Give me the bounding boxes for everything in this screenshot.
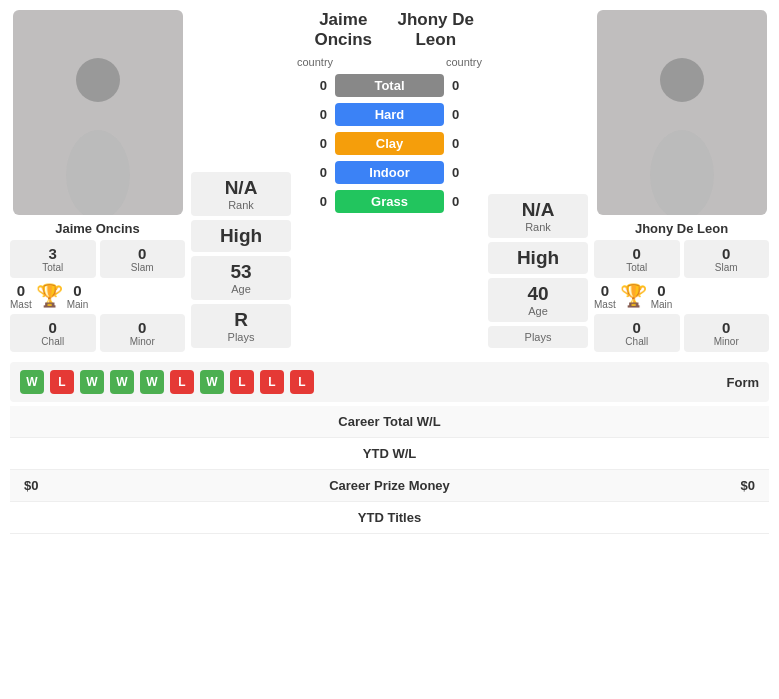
left-country: country xyxy=(297,56,333,68)
clay-row: 0 Clay 0 xyxy=(297,132,482,155)
left-detail-col: N/A Rank High 53 Age R Plays xyxy=(191,10,291,352)
form-label: Form xyxy=(727,375,760,390)
form-badge-6: W xyxy=(200,370,224,394)
right-name-center: Jhony De Leon xyxy=(390,10,483,50)
total-left-score: 0 xyxy=(297,78,327,93)
left-player-name: Jaime Oncins xyxy=(55,221,140,236)
right-stats-row2: 0 Mast 🏆 0 Main xyxy=(594,282,769,310)
left-chall-val: 0 xyxy=(16,319,90,336)
right-minor-stat: 0 Minor xyxy=(684,314,770,352)
indoor-badge: Indoor xyxy=(335,161,444,184)
career-prize-left: $0 xyxy=(24,478,84,493)
ytd-wl-row: YTD W/L xyxy=(10,438,769,470)
left-chall-stat: 0 Chall xyxy=(10,314,96,352)
left-age-val: 53 xyxy=(201,261,281,283)
career-prize-row: $0 Career Prize Money $0 xyxy=(10,470,769,502)
career-prize-right: $0 xyxy=(695,478,755,493)
hard-left-score: 0 xyxy=(297,107,327,122)
grass-badge: Grass xyxy=(335,190,444,213)
left-minor-stat: 0 Minor xyxy=(100,314,186,352)
right-age-val: 40 xyxy=(498,283,578,305)
right-plays-block: Plays xyxy=(488,326,588,348)
left-age-block: 53 Age xyxy=(191,256,291,300)
total-row: 0 Total 0 xyxy=(297,74,482,97)
indoor-row: 0 Indoor 0 xyxy=(297,161,482,184)
right-slam-val: 0 xyxy=(690,245,764,262)
left-trophy-icon: 🏆 xyxy=(36,283,63,309)
grass-right-score: 0 xyxy=(452,194,482,209)
main-container: Jaime Oncins 3 Total 0 Slam 0 Mast 🏆 xyxy=(0,0,779,544)
hard-right-score: 0 xyxy=(452,107,482,122)
hard-row: 0 Hard 0 xyxy=(297,103,482,126)
ytd-titles-label: YTD Titles xyxy=(84,510,695,525)
right-slam-lbl: Slam xyxy=(690,262,764,273)
right-chall-val: 0 xyxy=(600,319,674,336)
form-badge-8: L xyxy=(260,370,284,394)
left-plays-val: R xyxy=(201,309,281,331)
form-badge-7: L xyxy=(230,370,254,394)
left-total-lbl: Total xyxy=(16,262,90,273)
right-player-col: Jhony De Leon 0 Total 0 Slam 0 Mast 🏆 xyxy=(594,10,769,352)
right-rank-val: N/A xyxy=(498,199,578,221)
right-total-val: 0 xyxy=(600,245,674,262)
total-badge: Total xyxy=(335,74,444,97)
right-high-block: High xyxy=(488,242,588,274)
grass-left-score: 0 xyxy=(297,194,327,209)
svg-point-3 xyxy=(650,130,714,215)
country-row: country country xyxy=(297,56,482,68)
form-badge-3: W xyxy=(110,370,134,394)
center-col: Jaime Oncins Jhony De Leon country count… xyxy=(297,10,482,352)
left-mast-cell: 0 Mast xyxy=(10,282,32,310)
clay-left-score: 0 xyxy=(297,136,327,151)
right-country: country xyxy=(446,56,482,68)
left-chall-lbl: Chall xyxy=(16,336,90,347)
left-main-cell: 0 Main xyxy=(67,282,89,310)
left-age-lbl: Age xyxy=(201,283,281,295)
right-rank-lbl: Rank xyxy=(498,221,578,233)
right-total-stat: 0 Total xyxy=(594,240,680,278)
left-slam-lbl: Slam xyxy=(106,262,180,273)
right-rank-block: N/A Rank xyxy=(488,194,588,238)
form-badge-0: W xyxy=(20,370,44,394)
form-badge-2: W xyxy=(80,370,104,394)
career-wl-label: Career Total W/L xyxy=(84,414,695,429)
svg-point-0 xyxy=(76,58,120,102)
clay-right-score: 0 xyxy=(452,136,482,151)
indoor-right-score: 0 xyxy=(452,165,482,180)
left-minor-val: 0 xyxy=(106,319,180,336)
svg-point-2 xyxy=(660,58,704,102)
form-badge-9: L xyxy=(290,370,314,394)
right-stats-row1: 0 Total 0 Slam xyxy=(594,240,769,278)
left-player-col: Jaime Oncins 3 Total 0 Slam 0 Mast 🏆 xyxy=(10,10,185,352)
left-name-center: Jaime Oncins xyxy=(297,10,390,50)
right-detail-col: N/A Rank High 40 Age Plays xyxy=(488,10,588,352)
surface-rows: 0 Total 0 0 Hard 0 0 Clay 0 0 xyxy=(297,74,482,219)
right-total-lbl: Total xyxy=(600,262,674,273)
left-mast-val: 0 xyxy=(10,282,32,299)
ytd-wl-label: YTD W/L xyxy=(84,446,695,461)
right-mast-val: 0 xyxy=(594,282,616,299)
left-high-block: High xyxy=(191,220,291,252)
left-slam-val: 0 xyxy=(106,245,180,262)
left-stats-row3: 0 Chall 0 Minor xyxy=(10,314,185,352)
right-minor-val: 0 xyxy=(690,319,764,336)
comparison-area: Jaime Oncins 3 Total 0 Slam 0 Mast 🏆 xyxy=(10,10,769,352)
career-prize-label: Career Prize Money xyxy=(84,478,695,493)
total-right-score: 0 xyxy=(452,78,482,93)
right-chall-stat: 0 Chall xyxy=(594,314,680,352)
form-section: W L W W W L W L L L Form xyxy=(10,362,769,402)
left-main-val: 0 xyxy=(67,282,89,299)
left-plays-lbl: Plays xyxy=(201,331,281,343)
left-rank-block: N/A Rank xyxy=(191,172,291,216)
left-total-val: 3 xyxy=(16,245,90,262)
right-age-block: 40 Age xyxy=(488,278,588,322)
left-rank-val: N/A xyxy=(201,177,281,199)
right-player-photo xyxy=(597,10,767,215)
form-badge-5: L xyxy=(170,370,194,394)
form-badge-4: W xyxy=(140,370,164,394)
right-main-cell: 0 Main xyxy=(651,282,673,310)
right-minor-lbl: Minor xyxy=(690,336,764,347)
left-rank-lbl: Rank xyxy=(201,199,281,211)
left-minor-lbl: Minor xyxy=(106,336,180,347)
clay-badge: Clay xyxy=(335,132,444,155)
